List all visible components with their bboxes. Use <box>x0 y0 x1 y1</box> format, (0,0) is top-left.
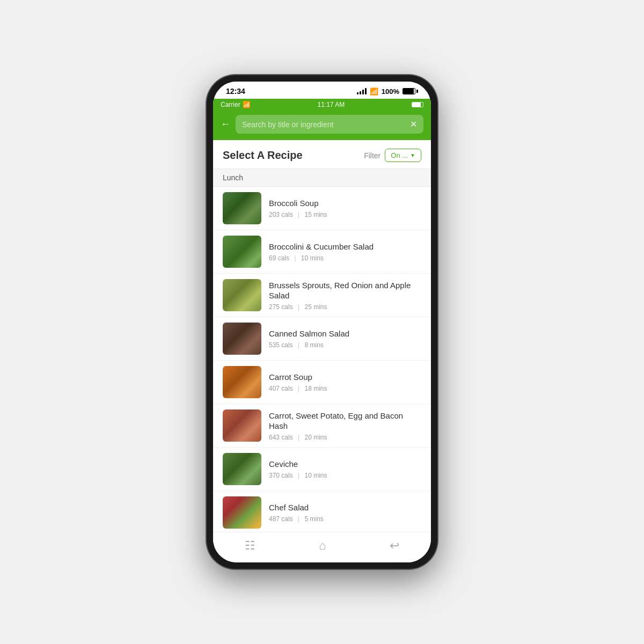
recipe-cals: 535 cals <box>269 341 293 349</box>
recipe-meta: 643 cals | 20 mins <box>269 434 421 441</box>
recipe-mins: 5 mins <box>305 515 324 523</box>
clear-search-button[interactable]: ✕ <box>410 119 417 129</box>
search-input-container[interactable]: ✕ <box>236 115 423 134</box>
recipe-cals: 370 cals <box>269 472 293 479</box>
meta-separator: | <box>298 434 299 441</box>
recipe-mins: 8 mins <box>305 341 324 349</box>
recipe-thumbnail <box>223 236 261 268</box>
category-header: Lunch <box>213 169 431 187</box>
filter-button[interactable]: On ... ▼ <box>385 149 421 162</box>
recipe-item[interactable]: Broccoli Soup 203 cals | 15 mins <box>213 187 431 230</box>
recipe-name: Carrot, Sweet Potato, Egg and Bacon Hash <box>269 411 421 431</box>
recipe-cals: 407 cals <box>269 385 293 392</box>
recipe-meta: 535 cals | 8 mins <box>269 341 421 349</box>
home-icon: ⌂ <box>319 539 326 553</box>
recipe-item[interactable]: Chef Salad 487 cals | 5 mins <box>213 491 431 532</box>
content-area: Select A Recipe Filter On ... ▼ Lunch Br… <box>213 140 431 532</box>
filter-label: Filter <box>364 151 380 160</box>
recipe-mins: 20 mins <box>305 434 327 441</box>
recipe-thumbnail <box>223 453 261 485</box>
phone-device: 12:34 📶 100% Carrier 📶 11:17 AM <box>207 75 437 569</box>
system-status-right: 📶 100% <box>357 87 418 96</box>
recipe-item[interactable]: Brussels Sprouts, Red Onion and Apple Sa… <box>213 274 431 317</box>
recipe-cals: 203 cals <box>269 211 293 218</box>
recipe-thumbnail <box>223 409 261 442</box>
bottom-nav: ☷ ⌂ ↩ <box>213 532 431 562</box>
recipe-meta: 69 cals | 10 mins <box>269 254 421 262</box>
battery-pct-label: 100% <box>382 87 399 96</box>
category-label: Lunch <box>223 173 243 182</box>
recipe-info: Ceviche 370 cals | 10 mins <box>269 459 421 479</box>
recipe-thumbnail <box>223 192 261 224</box>
carrier-time: 11:17 AM <box>317 101 345 108</box>
recipe-mins: 15 mins <box>305 211 327 218</box>
recipe-info: Carrot, Sweet Potato, Egg and Bacon Hash… <box>269 411 421 441</box>
recipe-name: Chef Salad <box>269 502 421 513</box>
recipe-thumbnail <box>223 496 261 529</box>
recipe-name: Ceviche <box>269 459 421 470</box>
carrier-name: Carrier <box>221 101 240 108</box>
meta-separator: | <box>298 341 299 349</box>
meta-separator: | <box>298 385 299 392</box>
recipe-name: Carrot Soup <box>269 372 421 383</box>
recipe-item[interactable]: Carrot, Sweet Potato, Egg and Bacon Hash… <box>213 404 431 448</box>
recipe-list: Broccoli Soup 203 cals | 15 mins Broccol… <box>213 187 431 532</box>
meta-separator: | <box>298 211 299 218</box>
recipe-name: Canned Salmon Salad <box>269 328 421 339</box>
recipe-name: Broccoli Soup <box>269 198 421 209</box>
recipe-item[interactable]: Ceviche 370 cals | 10 mins <box>213 448 431 491</box>
recipe-cals: 275 cals <box>269 303 293 311</box>
chevron-down-icon: ▼ <box>410 152 415 158</box>
recipe-info: Broccoli Soup 203 cals | 15 mins <box>269 198 421 218</box>
recipe-meta: 203 cals | 15 mins <box>269 211 421 218</box>
recipe-mins: 10 mins <box>301 254 324 262</box>
wifi-icon: 📶 <box>370 87 378 96</box>
recipe-item[interactable]: Canned Salmon Salad 535 cals | 8 mins <box>213 317 431 361</box>
carrier-bar: Carrier 📶 11:17 AM <box>213 99 431 111</box>
menu-icon: ☷ <box>245 539 255 553</box>
carrier-battery-icon <box>412 102 423 107</box>
recipe-mins: 10 mins <box>305 472 327 479</box>
filter-value: On ... <box>391 151 408 159</box>
meta-separator: | <box>294 254 296 262</box>
recipe-info: Chef Salad 487 cals | 5 mins <box>269 502 421 523</box>
recipe-mins: 25 mins <box>305 303 327 311</box>
back-button[interactable]: ← <box>221 119 230 130</box>
nav-menu-button[interactable]: ☷ <box>245 539 255 553</box>
recipe-cals: 487 cals <box>269 515 293 523</box>
recipe-name: Brussels Sprouts, Red Onion and Apple Sa… <box>269 280 421 301</box>
recipe-meta: 370 cals | 10 mins <box>269 472 421 479</box>
meta-separator: | <box>298 472 299 479</box>
recipe-meta: 275 cals | 25 mins <box>269 303 421 311</box>
recipe-thumbnail <box>223 366 261 398</box>
recipe-info: Carrot Soup 407 cals | 18 mins <box>269 372 421 392</box>
back-nav-icon: ↩ <box>390 539 399 553</box>
recipe-meta: 407 cals | 18 mins <box>269 385 421 392</box>
recipe-name: Broccolini & Cucumber Salad <box>269 241 421 252</box>
phone-screen: 12:34 📶 100% Carrier 📶 11:17 AM <box>213 82 431 562</box>
filter-group: Filter On ... ▼ <box>364 149 421 162</box>
search-input[interactable] <box>242 120 406 129</box>
nav-back-button[interactable]: ↩ <box>390 539 399 553</box>
recipe-item[interactable]: Carrot Soup 407 cals | 18 mins <box>213 361 431 404</box>
meta-separator: | <box>298 303 299 311</box>
nav-home-button[interactable]: ⌂ <box>319 539 326 553</box>
recipe-thumbnail <box>223 323 261 355</box>
recipe-cals: 643 cals <box>269 434 293 441</box>
recipe-cals: 69 cals <box>269 254 289 262</box>
meta-separator: | <box>298 515 299 523</box>
carrier-left: Carrier 📶 <box>221 101 251 108</box>
signal-icon <box>357 88 367 94</box>
search-bar: ← ✕ <box>213 111 431 140</box>
recipe-meta: 487 cals | 5 mins <box>269 515 421 523</box>
recipe-item[interactable]: Broccolini & Cucumber Salad 69 cals | 10… <box>213 230 431 274</box>
recipe-info: Broccolini & Cucumber Salad 69 cals | 10… <box>269 241 421 262</box>
page-title: Select A Recipe <box>223 149 303 162</box>
title-filter-row: Select A Recipe Filter On ... ▼ <box>213 140 431 169</box>
recipe-mins: 18 mins <box>305 385 327 392</box>
battery-icon <box>402 88 418 94</box>
recipe-info: Canned Salmon Salad 535 cals | 8 mins <box>269 328 421 349</box>
recipe-thumbnail <box>223 279 261 311</box>
system-status-bar: 12:34 📶 100% <box>213 82 431 99</box>
carrier-wifi-icon: 📶 <box>243 101 251 108</box>
